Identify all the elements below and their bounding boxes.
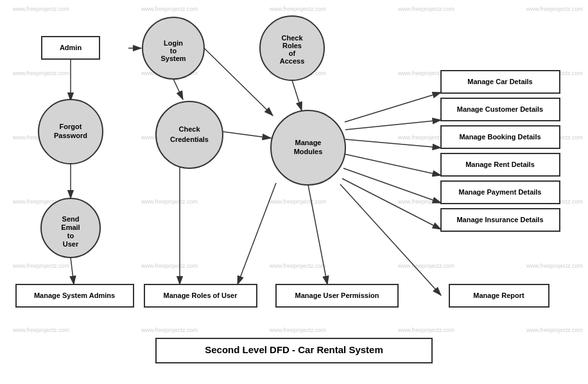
watermark-29: www.freeprojectz.com bbox=[397, 327, 454, 333]
manage-customer-label: Manage Customer Details bbox=[457, 105, 543, 113]
send-email-label-2: Email bbox=[61, 223, 80, 231]
check-roles-label-2: Roles bbox=[282, 42, 302, 49]
login-label-2: to bbox=[170, 47, 177, 55]
manage-booking-label: Manage Booking Details bbox=[459, 133, 540, 141]
manage-rent-label: Manage Rent Details bbox=[465, 161, 535, 168]
login-label-3: System bbox=[160, 55, 186, 62]
arrow-manage-payment bbox=[343, 168, 441, 203]
check-roles-label-1: Check bbox=[281, 34, 303, 42]
watermark-2: www.freeprojectz.com bbox=[141, 6, 198, 12]
arrow-manage-customer bbox=[345, 120, 441, 130]
check-roles-label-4: Access bbox=[280, 57, 305, 65]
arrow-manage-rent bbox=[345, 154, 441, 175]
manage-car-label: Manage Car Details bbox=[467, 78, 532, 85]
watermark-6: www.freeprojectz.com bbox=[12, 70, 69, 76]
manage-modules-label-1: Manage bbox=[295, 139, 322, 146]
watermark-22: www.freeprojectz.com bbox=[141, 263, 198, 269]
watermark-1: www.freeprojectz.com bbox=[12, 6, 69, 12]
watermark-23: www.freeprojectz.com bbox=[269, 263, 326, 269]
watermark-28: www.freeprojectz.com bbox=[269, 327, 326, 333]
arrow-checkcred-manage bbox=[223, 132, 271, 138]
forgot-pwd-label-1: Forgot bbox=[60, 123, 82, 130]
watermark-30: www.freeprojectz.com bbox=[526, 327, 583, 333]
check-cred-label-2: Credentials bbox=[170, 135, 209, 143]
watermark-4: www.freeprojectz.com bbox=[397, 6, 454, 12]
diagram-area: www.freeprojectz.com www.freeprojectz.co… bbox=[0, 0, 588, 384]
send-email-label-1: Send bbox=[62, 215, 80, 223]
watermark-24: www.freeprojectz.com bbox=[397, 263, 454, 269]
watermark-18: www.freeprojectz.com bbox=[269, 198, 326, 205]
title-label: Second Level DFD - Car Rental System bbox=[205, 344, 383, 355]
forgot-pwd-label-2: Password bbox=[54, 132, 87, 139]
arrow-login-checkcred bbox=[173, 79, 183, 100]
watermark-25: www.freeprojectz.com bbox=[526, 263, 583, 269]
login-label-1: Login bbox=[164, 39, 183, 47]
check-roles-label-3: of bbox=[289, 49, 296, 57]
send-email-label-3: to bbox=[67, 232, 74, 240]
watermark-5: www.freeprojectz.com bbox=[526, 6, 583, 12]
manage-payment-label: Manage Payment Details bbox=[459, 188, 542, 196]
check-cred-label-1: Check bbox=[178, 125, 200, 133]
arrow-manage-car bbox=[345, 92, 441, 122]
watermark-21: www.freeprojectz.com bbox=[12, 263, 69, 269]
dfd-diagram: www.freeprojectz.com www.freeprojectz.co… bbox=[0, 0, 588, 384]
manage-sys-admins-label: Manage System Admins bbox=[34, 292, 115, 299]
manage-report-label: Manage Report bbox=[473, 292, 524, 299]
manage-insurance-label: Manage Insurance Details bbox=[456, 216, 543, 223]
watermark-27: www.freeprojectz.com bbox=[141, 327, 198, 333]
manage-roles-label: Manage Roles of User bbox=[164, 292, 238, 299]
arrow-sendemail-sysadmin bbox=[71, 257, 74, 284]
manage-permission-label: Manage User Permission bbox=[295, 292, 379, 299]
manage-modules-label-2: Modules bbox=[294, 148, 323, 155]
send-email-label-4: User bbox=[63, 240, 79, 248]
admin-label: Admin bbox=[60, 44, 82, 51]
watermark-3: www.freeprojectz.com bbox=[269, 6, 326, 12]
arrow-checkroles-manage bbox=[292, 80, 302, 110]
watermark-17: www.freeprojectz.com bbox=[141, 198, 198, 205]
watermark-26: www.freeprojectz.com bbox=[12, 327, 69, 333]
